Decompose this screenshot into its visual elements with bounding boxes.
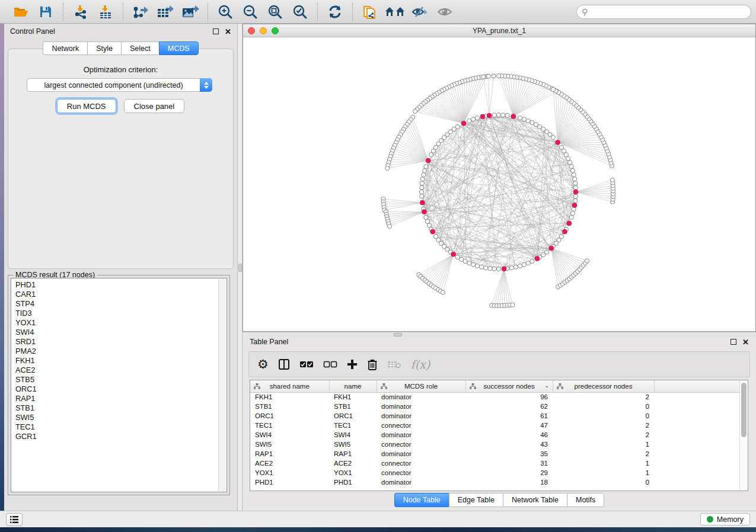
import-table-button[interactable] — [94, 2, 117, 21]
column-header-predecessor-nodes[interactable]: predecessor nodes — [553, 380, 654, 392]
show-all-columns-button[interactable] — [299, 354, 314, 374]
mcds-result-item[interactable]: ORC1 — [15, 384, 227, 394]
clone-network-button[interactable] — [359, 2, 381, 21]
window-close-button[interactable] — [248, 27, 255, 34]
mcds-result-item[interactable]: SRD1 — [15, 337, 227, 347]
table-toolbar: ⚙ — [248, 351, 750, 377]
zoom-out-button[interactable] — [239, 2, 261, 21]
memory-button[interactable]: Memory — [700, 513, 750, 525]
zoom-in-button[interactable] — [214, 2, 237, 21]
search-icon: ⚲ — [582, 8, 588, 16]
mcds-result-item[interactable]: STB1 — [15, 403, 227, 413]
table-row[interactable]: STB1STB1dominator620 — [250, 402, 741, 411]
mcds-result-item[interactable]: SWI4 — [15, 328, 227, 337]
column-header-name[interactable]: name — [329, 380, 377, 392]
float-panel-icon[interactable] — [213, 28, 219, 34]
float-table-panel-icon[interactable] — [731, 339, 736, 345]
vertical-splitter[interactable] — [238, 24, 243, 511]
tab-motifs[interactable]: Motifs — [567, 493, 604, 507]
zoom-in-icon — [218, 4, 233, 20]
network-canvas[interactable] — [243, 37, 755, 331]
export-network-button[interactable] — [129, 2, 152, 21]
mcds-result-item[interactable]: FKH1 — [15, 356, 227, 366]
window-minimize-button[interactable] — [260, 27, 267, 34]
toolbar-separator — [63, 3, 63, 21]
tab-select[interactable]: Select — [121, 41, 159, 55]
mcds-result-item[interactable]: PHD1 — [15, 280, 227, 290]
open-file-button[interactable] — [9, 2, 32, 21]
table-panel: Table Panel ✕ ⚙ — [243, 332, 756, 511]
mcds-result-item[interactable]: ACE2 — [15, 366, 227, 375]
optimization-criterion-select[interactable]: largest connected component (undirected) — [27, 78, 212, 92]
table-row[interactable]: YOX1YOX1connector291 — [250, 468, 741, 477]
split-view-button[interactable] — [278, 354, 290, 374]
tab-network-table[interactable]: Network Table — [503, 493, 567, 507]
mcds-result-item[interactable]: STB5 — [15, 375, 227, 384]
mcds-result-item[interactable]: TID3 — [15, 309, 227, 318]
close-table-panel-icon[interactable]: ✕ — [742, 338, 749, 346]
close-panel-icon[interactable]: ✕ — [225, 28, 231, 36]
column-header-shared-name[interactable]: shared name — [250, 380, 329, 392]
column-type-icon — [470, 383, 476, 389]
export-image-button[interactable] — [179, 2, 202, 21]
mcds-result-item[interactable]: YOX1 — [15, 318, 227, 328]
network-browse-button[interactable] — [384, 2, 406, 21]
create-column-button[interactable] — [347, 354, 358, 374]
mcds-result-item[interactable]: GCR1 — [15, 432, 227, 441]
show-graphics-details-button[interactable] — [433, 2, 456, 21]
tab-node-table[interactable]: Node Table — [394, 493, 449, 507]
column-type-icon — [381, 383, 387, 389]
table-row[interactable]: SWI5SWI5connector431 — [250, 440, 741, 449]
close-panel-button[interactable]: Close panel — [124, 99, 185, 113]
table-row[interactable]: TEC1TEC1connector472 — [250, 421, 741, 430]
table-settings-button[interactable]: ⚙ — [257, 354, 269, 374]
import-network-icon — [73, 4, 88, 20]
zoom-out-icon — [243, 4, 258, 20]
network-graph — [243, 37, 755, 331]
import-network-button[interactable] — [69, 2, 92, 21]
table-row[interactable]: ORC1ORC1dominator610 — [250, 411, 741, 421]
tab-edge-table[interactable]: Edge Table — [449, 493, 503, 507]
houses-icon — [385, 5, 405, 18]
function-builder-button[interactable]: f(x) — [411, 354, 430, 374]
refresh-button[interactable] — [324, 2, 346, 21]
splitter-handle[interactable] — [238, 264, 242, 272]
hide-graphics-details-button[interactable] — [409, 2, 431, 21]
search-input[interactable] — [591, 8, 746, 16]
mcds-result-item[interactable]: RAP1 — [15, 394, 227, 403]
mcds-result-item[interactable]: STP4 — [15, 299, 227, 309]
table-row[interactable]: SWI4SWI4dominator462 — [250, 430, 741, 440]
tab-mcds[interactable]: MCDS — [159, 41, 199, 55]
table-header-row: shared namenameMCDS rolesuccessor nodes⌄… — [250, 380, 741, 392]
zoom-selected-button[interactable] — [289, 2, 311, 21]
save-session-button[interactable] — [34, 2, 57, 21]
delete-column-button[interactable] — [367, 354, 378, 374]
table-row[interactable]: RAP1RAP1dominator352 — [250, 449, 741, 459]
mcds-result-scrollbar[interactable] — [218, 279, 226, 491]
zoom-fit-button[interactable] — [264, 2, 286, 21]
export-table-button[interactable] — [154, 2, 177, 21]
network-view-window: YPA_prune.txt_1 — [243, 24, 756, 332]
run-mcds-button[interactable]: Run MCDS — [57, 99, 116, 113]
memory-status-icon — [707, 516, 713, 523]
mcds-result-item[interactable]: TEC1 — [15, 422, 227, 432]
zoom-fit-icon — [267, 4, 283, 20]
delete-table-button[interactable] — [387, 354, 401, 374]
table-scrollbar[interactable] — [739, 380, 748, 491]
tab-network[interactable]: Network — [43, 41, 87, 55]
window-zoom-button[interactable] — [272, 27, 279, 34]
mcds-result-item[interactable]: CAR1 — [15, 290, 227, 299]
application-window: ⚲ Control Panel ✕ NetworkStyleSelectMCDS… — [0, 0, 756, 532]
task-history-button[interactable] — [6, 513, 23, 526]
table-scrollbar-thumb[interactable] — [741, 383, 747, 437]
table-row[interactable]: PHD1PHD1dominator180 — [250, 477, 741, 487]
mcds-result-item[interactable]: SWI5 — [15, 413, 227, 422]
mcds-result-item[interactable]: PMA2 — [15, 347, 227, 356]
column-header-MCDS-role[interactable]: MCDS role — [377, 380, 465, 392]
tab-style[interactable]: Style — [87, 41, 121, 55]
table-row[interactable]: ACE2ACE2connector311 — [250, 459, 741, 468]
table-row[interactable]: FKH1FKH1dominator962 — [250, 392, 741, 402]
hide-all-columns-button[interactable] — [323, 354, 337, 374]
column-header-successor-nodes[interactable]: successor nodes⌄ — [465, 380, 553, 392]
trash-icon — [367, 358, 378, 370]
